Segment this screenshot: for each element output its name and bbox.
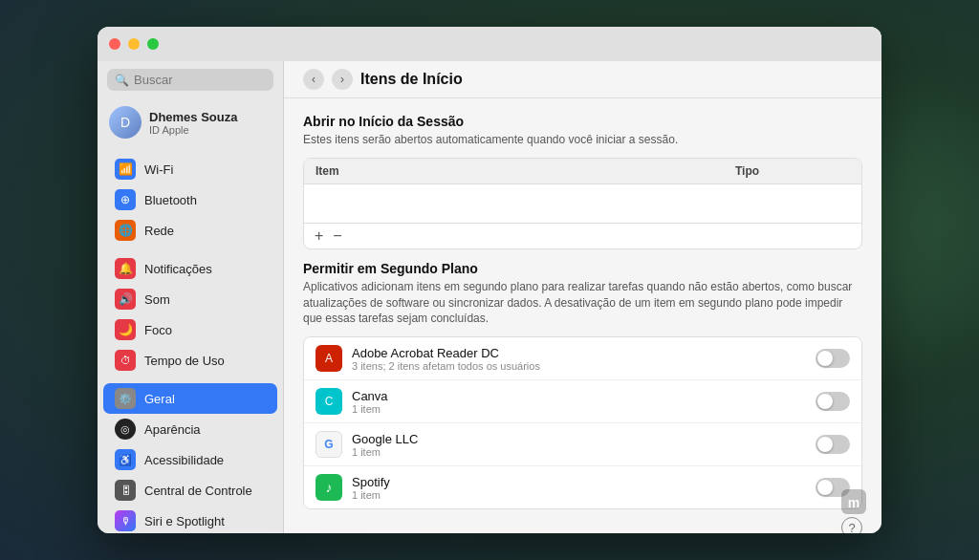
bg-items-list: A Adobe Acrobat Reader DC 3 itens; 2 ite… — [303, 336, 862, 509]
main-content: ‹ › Itens de Início Abrir no Início da S… — [284, 27, 881, 533]
add-item-button[interactable]: + — [312, 228, 326, 244]
items-table: Item Tipo + − — [303, 158, 862, 249]
user-subtitle: ID Apple — [149, 124, 237, 136]
acrobat-sub: 3 itens; 2 itens afetam todos os usuário… — [352, 360, 806, 372]
search-icon: 🔍 — [115, 74, 129, 87]
sidebar-label-som: Som — [144, 292, 170, 307]
google-name: Google LLC — [352, 432, 806, 446]
acrobat-toggle[interactable] — [816, 349, 850, 368]
sidebar-item-acessibilidade[interactable]: ♿ Acessibilidade — [103, 444, 277, 475]
list-item: ♪ Spotify 1 item — [304, 465, 861, 508]
watermark: m — [839, 487, 868, 520]
sidebar-label-notificacoes: Notificações — [144, 262, 212, 276]
sidebar-item-bluetooth[interactable]: ⊕ Bluetooth — [103, 184, 277, 215]
back-button[interactable]: ‹ — [303, 69, 324, 90]
accessibility-icon: ♿ — [115, 449, 136, 470]
focus-icon: 🌙 — [115, 319, 136, 340]
spotify-icon: ♪ — [315, 474, 342, 501]
search-box[interactable]: 🔍 — [107, 69, 273, 91]
canva-name: Canva — [352, 389, 806, 403]
table-body — [304, 184, 861, 223]
sidebar-item-central[interactable]: 🎛 Central de Controle — [103, 475, 277, 506]
canva-icon: C — [315, 388, 342, 415]
sidebar-item-aparencia[interactable]: ◎ Aparência — [103, 414, 277, 444]
sidebar-label-rede: Rede — [144, 224, 174, 238]
avatar: D — [109, 106, 141, 139]
acrobat-icon: A — [315, 345, 342, 372]
section2-desc: Aplicativos adicionam itens em segundo p… — [303, 279, 862, 327]
sidebar: 🔍 D Dhemes Souza ID Apple 📶 Wi-Fi ⊕ Blue… — [98, 27, 284, 533]
acrobat-info: Adobe Acrobat Reader DC 3 itens; 2 itens… — [352, 346, 806, 372]
network-icon: 🌐 — [115, 220, 136, 241]
list-item: A Adobe Acrobat Reader DC 3 itens; 2 ite… — [304, 337, 861, 379]
user-name: Dhemes Souza — [149, 110, 237, 124]
minimize-button[interactable] — [128, 38, 140, 50]
spotify-sub: 1 item — [352, 489, 806, 501]
sidebar-label-bluetooth: Bluetooth — [144, 193, 197, 207]
sidebar-label-tempo: Tempo de Uso — [144, 354, 225, 368]
control-center-icon: 🎛 — [115, 480, 136, 501]
wifi-icon: 📶 — [115, 159, 136, 180]
section1-title: Abrir no Início da Sessão — [303, 114, 862, 129]
sidebar-label-foco: Foco — [144, 323, 172, 337]
spotify-info: Spotify 1 item — [352, 475, 806, 501]
search-input[interactable] — [134, 73, 266, 87]
remove-item-button[interactable]: − — [330, 228, 344, 244]
titlebar — [98, 27, 881, 61]
acrobat-name: Adobe Acrobat Reader DC — [352, 346, 806, 360]
sidebar-item-notificacoes[interactable]: 🔔 Notificações — [103, 253, 277, 284]
list-item: G Google LLC 1 item — [304, 422, 861, 465]
google-sub: 1 item — [352, 446, 806, 458]
list-item: C Canva 1 item — [304, 379, 861, 422]
sidebar-label-central: Central de Controle — [144, 484, 252, 498]
sidebar-label-geral: Geral — [144, 392, 175, 406]
sidebar-label-aparencia: Aparência — [144, 422, 201, 437]
table-header: Item Tipo — [304, 159, 861, 184]
sidebar-item-geral[interactable]: ⚙️ Geral — [103, 383, 277, 414]
sidebar-label-acessibilidade: Acessibilidade — [144, 453, 224, 467]
general-icon: ⚙️ — [115, 388, 136, 409]
sidebar-item-tempo[interactable]: ⏱ Tempo de Uso — [103, 345, 277, 376]
sidebar-item-foco[interactable]: 🌙 Foco — [103, 314, 277, 345]
canva-toggle[interactable] — [816, 392, 850, 411]
bluetooth-icon: ⊕ — [115, 189, 136, 210]
sound-icon: 🔊 — [115, 289, 136, 310]
user-info: Dhemes Souza ID Apple — [149, 110, 237, 136]
siri-icon: 🎙 — [115, 510, 136, 531]
section2-title: Permitir em Segundo Plano — [303, 261, 862, 276]
section1-desc: Estes itens serão abertos automaticament… — [303, 132, 862, 148]
maximize-button[interactable] — [147, 38, 159, 50]
sidebar-item-som[interactable]: 🔊 Som — [103, 284, 277, 314]
user-profile[interactable]: D Dhemes Souza ID Apple — [98, 98, 283, 146]
content-header: ‹ › Itens de Início — [284, 61, 881, 98]
page-title: Itens de Início — [360, 71, 463, 88]
screen-time-icon: ⏱ — [115, 350, 136, 371]
sidebar-item-siri[interactable]: 🎙 Siri e Spotlight — [103, 506, 277, 533]
sidebar-item-rede[interactable]: 🌐 Rede — [103, 215, 277, 246]
google-info: Google LLC 1 item — [352, 432, 806, 458]
col-type-header: Tipo — [735, 164, 850, 178]
canva-info: Canva 1 item — [352, 389, 806, 415]
sidebar-label-wifi: Wi-Fi — [144, 162, 173, 177]
svg-text:m: m — [848, 495, 859, 510]
notifications-icon: 🔔 — [115, 258, 136, 279]
table-actions: + − — [304, 223, 861, 248]
canva-sub: 1 item — [352, 403, 806, 415]
appearance-icon: ◎ — [115, 419, 136, 440]
help-section: ? — [303, 509, 862, 533]
sidebar-item-wifi[interactable]: 📶 Wi-Fi — [103, 154, 277, 184]
content-body: Abrir no Início da Sessão Estes itens se… — [284, 98, 881, 533]
close-button[interactable] — [109, 38, 120, 50]
google-toggle[interactable] — [816, 435, 850, 454]
google-icon: G — [315, 431, 342, 458]
main-window: 🔍 D Dhemes Souza ID Apple 📶 Wi-Fi ⊕ Blue… — [98, 27, 881, 533]
forward-button[interactable]: › — [332, 69, 353, 90]
spotify-name: Spotify — [352, 475, 806, 489]
col-item-header: Item — [315, 164, 735, 178]
sidebar-label-siri: Siri e Spotlight — [144, 514, 225, 528]
